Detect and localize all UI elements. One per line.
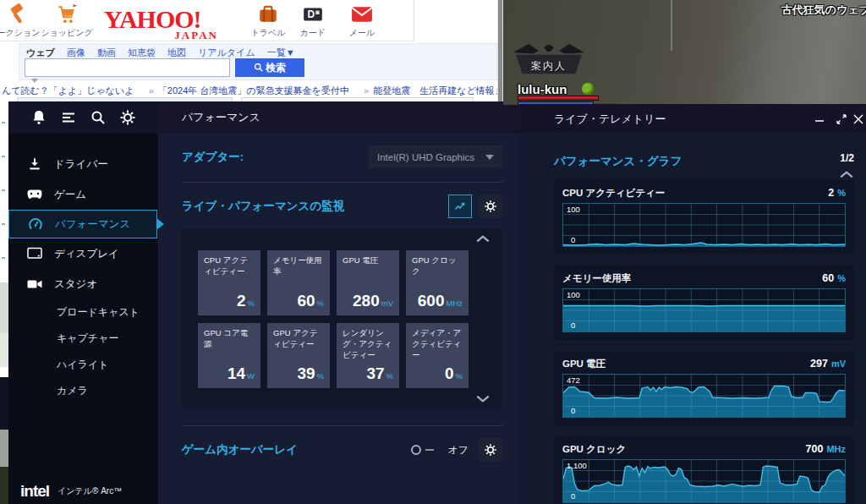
card-icon: D bbox=[302, 3, 324, 25]
chevron-down-icon[interactable] bbox=[475, 395, 491, 403]
tab-maps[interactable]: 地図 bbox=[167, 47, 186, 58]
player-badge-icon bbox=[581, 82, 595, 96]
sidebar-subitem-broadcast[interactable]: ブロードキャスト bbox=[8, 299, 158, 326]
dropdown-caret-icon bbox=[485, 155, 494, 160]
adapter-dropdown[interactable]: Intel(R) UHD Graphics bbox=[369, 145, 502, 168]
tab-images[interactable]: 画像 bbox=[67, 47, 85, 58]
tab-list-dropdown[interactable]: 一覧▼ bbox=[267, 47, 295, 58]
sidebar-nav: ドライバー ゲーム パフォーマンス ディスプレイ スタジオ bbox=[8, 149, 158, 404]
gear-icon bbox=[484, 200, 497, 213]
minimize-button[interactable] bbox=[808, 108, 830, 130]
telemetry-titlebar: ライブ・テレメトリー bbox=[519, 104, 866, 134]
browser-scrollbar[interactable] bbox=[497, 0, 503, 105]
metric-tile-gpu-activity: GPU アクティビティー 39% bbox=[267, 323, 330, 388]
player-name: lulu-kun bbox=[518, 82, 567, 96]
sidebar-item-driver[interactable]: ドライバー bbox=[8, 149, 158, 179]
metric-tile-cpu-activity: CPU アクティビティー 2% bbox=[198, 250, 260, 315]
mail-icon bbox=[351, 3, 373, 25]
search-button[interactable]: 検索 bbox=[235, 58, 304, 77]
divider bbox=[182, 425, 502, 426]
memory-usage-plot: 100 0 bbox=[562, 288, 846, 332]
overlay-state-label: オフ bbox=[447, 443, 469, 457]
cpu-activity-plot: 100 0 bbox=[562, 203, 846, 247]
menu-icon[interactable] bbox=[60, 109, 77, 126]
page-indicator: 1/2 bbox=[840, 152, 854, 164]
npc-nameplate: 案内人 bbox=[507, 41, 600, 81]
service-label: メール bbox=[349, 28, 375, 37]
service-mail[interactable]: メール bbox=[340, 3, 384, 39]
health-bar bbox=[518, 96, 599, 101]
sidebar-subitem-highlights[interactable]: ハイライト bbox=[8, 352, 158, 378]
yahoo-services-bar: ークション ショッピング トラベル D カード メール YAHOO! JAPAN bbox=[0, 0, 414, 41]
scrollbar-thumb[interactable] bbox=[498, 0, 502, 105]
browser-page: ークション ショッピング トラベル D カード メール YAHOO! JAPAN bbox=[0, 0, 503, 105]
sidebar: ドライバー ゲーム パフォーマンス ディスプレイ スタジオ bbox=[8, 101, 158, 504]
tab-videos[interactable]: 動画 bbox=[97, 47, 116, 58]
sidebar-toolbar bbox=[8, 101, 158, 134]
sidebar-subitem-capture[interactable]: キャプチャー bbox=[8, 326, 158, 352]
news-link[interactable]: んて読む？「よよ」じゃないよ bbox=[2, 85, 134, 96]
sidebar-subitem-label: ハイライト bbox=[57, 358, 108, 372]
studio-camera-icon bbox=[27, 277, 42, 292]
service-label: トラベル bbox=[251, 28, 286, 37]
gpu-clock-plot: 1,100 0 bbox=[562, 459, 846, 503]
news-separator: » bbox=[149, 85, 154, 96]
graph-card-gpu-voltage: GPU 電圧 297mV 472 0 bbox=[554, 351, 854, 425]
monitor-settings-button[interactable] bbox=[479, 194, 502, 218]
service-auction[interactable]: ークション bbox=[0, 3, 44, 39]
close-button[interactable] bbox=[852, 108, 864, 130]
gpu-voltage-plot: 472 0 bbox=[562, 374, 846, 418]
metric-tile-render-activity: レンダリング・アクティビティー 37% bbox=[337, 323, 399, 388]
sidebar-subitem-camera[interactable]: カメラ bbox=[8, 378, 158, 404]
metric-tile-gpu-voltage: GPU 電圧 280mV bbox=[337, 250, 399, 315]
overlay-settings-button[interactable] bbox=[479, 438, 502, 462]
search-input[interactable] bbox=[25, 58, 230, 77]
game-screenshot: 古代狂気のウェブ 案内人 lulu-kun bbox=[503, 0, 866, 105]
sidebar-item-games[interactable]: ゲーム bbox=[8, 179, 158, 210]
search-button-label: 検索 bbox=[266, 62, 286, 74]
metric-tiles: CPU アクティビティー 2% メモリー使用率 60% GPU 電圧 280mV bbox=[198, 250, 469, 388]
intel-logo: intel bbox=[20, 482, 49, 501]
graph-card-gpu-clock: GPU クロック 700MHz 1,100 0 bbox=[554, 436, 854, 504]
sidebar-item-display[interactable]: ディスプレイ bbox=[8, 238, 158, 269]
sidebar-item-studio[interactable]: スタジオ bbox=[8, 269, 158, 299]
yahoo-logo[interactable]: YAHOO! JAPAN bbox=[104, 5, 218, 42]
svg-text:D: D bbox=[308, 8, 315, 20]
graph-view-button[interactable] bbox=[448, 194, 472, 218]
tab-web[interactable]: ウェブ bbox=[26, 47, 55, 58]
chart-line-icon bbox=[453, 200, 467, 213]
service-shopping[interactable]: ショッピング bbox=[41, 3, 93, 39]
sidebar-item-label: ドライバー bbox=[54, 157, 108, 172]
shopping-icon bbox=[56, 3, 78, 25]
sidebar-item-label: ディスプレイ bbox=[54, 247, 119, 261]
service-card[interactable]: D カード bbox=[291, 3, 335, 39]
service-label: ークション bbox=[0, 28, 40, 37]
game-location-caption: 古代狂気のウェブ bbox=[781, 3, 866, 18]
adapter-value: Intel(R) UHD Graphics bbox=[377, 152, 474, 162]
metrics-container: CPU アクティビティー 2% メモリー使用率 60% GPU 電圧 280mV bbox=[182, 228, 502, 408]
notifications-icon[interactable] bbox=[30, 109, 47, 126]
auction-icon bbox=[8, 3, 30, 25]
gamepad-icon bbox=[27, 187, 42, 202]
service-travel[interactable]: トラベル bbox=[244, 3, 293, 39]
tab-chiebukuro[interactable]: 知恵袋 bbox=[128, 47, 156, 58]
search-history-caret[interactable] bbox=[31, 79, 38, 83]
metric-tile-gpu-power: GPU コア電源 14W bbox=[198, 323, 260, 388]
tab-realtime[interactable]: リアルタイム bbox=[198, 47, 255, 58]
display-icon bbox=[27, 246, 42, 261]
news-link[interactable]: 「2024年 台湾地震」の緊急支援募金を受付中 bbox=[158, 85, 349, 96]
settings-gear-icon[interactable] bbox=[119, 109, 136, 126]
monitor-header-row: ライブ・パフォーマンスの監視 bbox=[182, 194, 509, 218]
overlay-title: ゲーム内オーバーレイ bbox=[182, 442, 298, 457]
graph-card-cpu-activity: CPU アクティビティー 2% 100 0 bbox=[554, 180, 854, 255]
overlay-toggle-off[interactable] bbox=[410, 444, 437, 456]
sidebar-item-performance[interactable]: パフォーマンス bbox=[8, 210, 157, 238]
performance-gauge-icon bbox=[28, 216, 43, 232]
page-edge-sliver bbox=[0, 105, 8, 504]
graphs-section-title: パフォーマンス・グラフ bbox=[554, 154, 854, 169]
chevron-up-icon[interactable] bbox=[839, 171, 854, 178]
monitor-title: ライブ・パフォーマンスの監視 bbox=[182, 199, 344, 214]
search-icon[interactable] bbox=[90, 109, 107, 126]
chevron-up-icon[interactable] bbox=[475, 235, 491, 243]
restore-button[interactable] bbox=[830, 108, 852, 130]
